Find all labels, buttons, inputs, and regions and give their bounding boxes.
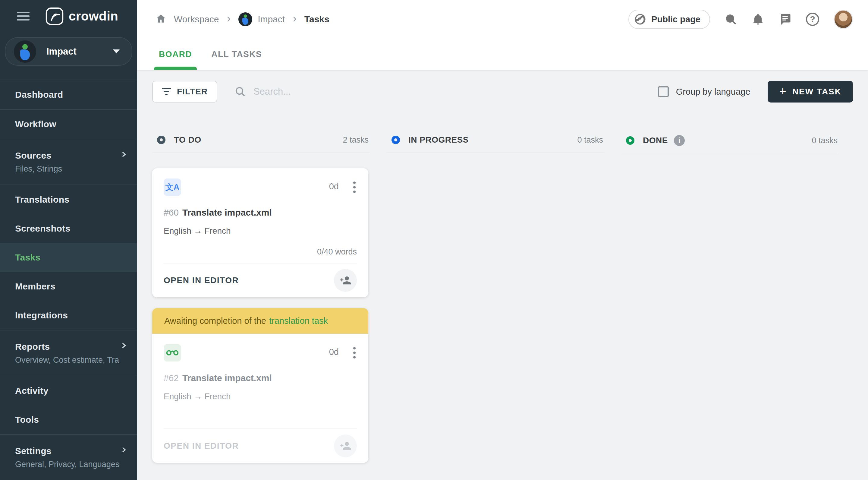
column-done: DONE i 0 tasks	[621, 135, 839, 463]
info-icon[interactable]: i	[674, 135, 685, 146]
messages-icon[interactable]	[779, 13, 792, 26]
sidebar-item-dashboard[interactable]: Dashboard	[0, 80, 137, 109]
done-status-icon	[626, 136, 634, 145]
sidebar-item-reports[interactable]: Reports Overview, Cost estimate, Transl…	[0, 330, 137, 376]
sidebar-item-activity[interactable]: Activity	[0, 376, 137, 405]
group-by-language-checkbox[interactable]	[658, 86, 669, 97]
breadcrumb: Workspace › Impact › Tasks Public page	[137, 0, 868, 38]
awaiting-banner: Awaiting completion of thetranslation ta…	[152, 308, 368, 334]
breadcrumb-project[interactable]: Impact	[258, 14, 285, 24]
plus-icon: +	[779, 85, 786, 97]
column-todo: TO DO 2 tasks 文A 0d #60Tra	[152, 135, 370, 463]
sidebar-item-settings[interactable]: Settings General, Privacy, Languages, Q…	[0, 435, 137, 480]
sidebar-item-translations[interactable]: Translations	[0, 185, 137, 214]
view-tabs: BOARD ALL TASKS	[137, 38, 868, 70]
sidebar-item-label: Reports	[15, 341, 119, 352]
hamburger-menu-icon[interactable]	[17, 10, 30, 23]
tab-board[interactable]: BOARD	[159, 38, 192, 70]
filter-button[interactable]: FILTER	[152, 81, 217, 102]
sidebar-nav: Dashboard Workflow Sources Files, String…	[0, 72, 137, 480]
sidebar-item-label: Members	[15, 281, 119, 292]
column-task-count: 0 tasks	[577, 136, 603, 145]
column-in-progress: IN PROGRESS 0 tasks	[387, 135, 604, 463]
new-task-button[interactable]: + NEW TASK	[768, 81, 853, 102]
open-in-editor-link-disabled[interactable]: OPEN IN EDITOR	[164, 441, 239, 451]
sidebar-item-tasks[interactable]: Tasks	[0, 243, 137, 272]
in-progress-status-icon	[392, 136, 400, 144]
search-bar	[234, 86, 651, 98]
chevron-right-icon	[120, 341, 127, 351]
breadcrumb-separator: ›	[227, 13, 231, 26]
sidebar-item-screenshots[interactable]: Screenshots	[0, 214, 137, 243]
card-header-row: 文A 0d	[164, 179, 357, 196]
assign-user-button[interactable]	[334, 434, 357, 457]
person-add-icon	[339, 440, 351, 452]
crowdin-logo[interactable]: crowdin	[45, 7, 119, 26]
new-task-label: NEW TASK	[792, 87, 841, 96]
group-by-language-toggle[interactable]: Group by language	[651, 86, 750, 97]
sidebar-item-label: Settings	[15, 446, 119, 456]
sidebar: crowdin Impact Dashboard Workflow Source…	[0, 0, 137, 480]
sidebar-item-tools[interactable]: Tools	[0, 405, 137, 434]
sidebar-item-subtitle: General, Privacy, Languages, Q…	[15, 460, 119, 469]
sidebar-item-label: Dashboard	[15, 90, 119, 100]
chevron-down-icon	[113, 50, 120, 53]
sidebar-item-subtitle: Overview, Cost estimate, Transl…	[15, 356, 119, 365]
word-count-spacer	[164, 413, 357, 423]
sidebar-item-integrations[interactable]: Integrations	[0, 301, 137, 330]
sidebar-item-label: Screenshots	[15, 223, 119, 234]
main-area: Workspace › Impact › Tasks Public page	[137, 0, 868, 480]
translation-task-link[interactable]: translation task	[269, 316, 328, 326]
search-icon	[234, 86, 246, 98]
column-name: DONE	[643, 136, 668, 145]
sidebar-item-subtitle: Files, Strings	[15, 164, 119, 174]
kanban-board: TO DO 2 tasks 文A 0d #60Tra	[152, 135, 853, 463]
task-card-62[interactable]: Awaiting completion of thetranslation ta…	[152, 308, 368, 463]
task-name: Translate impact.xml	[182, 207, 272, 217]
language-pair: English → French	[164, 226, 357, 236]
sidebar-item-members[interactable]: Members	[0, 272, 137, 301]
todo-status-icon	[157, 136, 165, 144]
language-pair: English → French	[164, 392, 357, 401]
tab-all-tasks[interactable]: ALL TASKS	[211, 38, 262, 70]
search-icon[interactable]	[724, 13, 737, 26]
card-footer: OPEN IN EDITOR	[152, 264, 368, 297]
sidebar-item-label: Workflow	[15, 119, 119, 129]
sidebar-item-label: Integrations	[15, 310, 119, 321]
column-name: TO DO	[174, 135, 201, 145]
card-title: #60Translate impact.xml	[164, 207, 357, 218]
top-actions: Public page ?	[628, 10, 853, 29]
task-id: #62	[164, 373, 179, 383]
public-page-label: Public page	[651, 14, 701, 24]
sidebar-item-label: Tools	[15, 415, 119, 425]
group-by-language-label: Group by language	[676, 87, 750, 97]
toolbar: FILTER Group by language + NEW TASK	[152, 81, 853, 102]
filter-label: FILTER	[177, 87, 208, 96]
column-in-progress-header: IN PROGRESS 0 tasks	[387, 135, 604, 153]
awaiting-banner-text: Awaiting completion of the	[164, 316, 266, 326]
assign-user-button[interactable]	[334, 269, 357, 292]
word-count: 0/40 words	[164, 247, 357, 258]
column-task-count: 0 tasks	[812, 136, 838, 145]
search-input[interactable]	[253, 86, 434, 97]
column-done-header: DONE i 0 tasks	[621, 135, 839, 154]
project-selector[interactable]: Impact	[5, 37, 132, 66]
sidebar-item-sources[interactable]: Sources Files, Strings	[0, 139, 137, 184]
person-add-icon	[339, 274, 351, 287]
notifications-bell-icon[interactable]	[752, 13, 764, 26]
sidebar-item-label: Translations	[15, 194, 119, 205]
home-icon[interactable]	[155, 13, 167, 26]
card-menu-kebab-icon[interactable]	[352, 180, 357, 194]
breadcrumb-separator: ›	[293, 13, 297, 26]
task-card-60[interactable]: 文A 0d #60Translate impact.xml English → …	[152, 168, 368, 297]
public-page-button[interactable]: Public page	[628, 10, 710, 29]
breadcrumb-workspace[interactable]: Workspace	[174, 14, 219, 24]
card-menu-kebab-icon[interactable]	[352, 346, 357, 360]
breadcrumb-current-page: Tasks	[304, 14, 330, 24]
card-body: 0d #62Translate impact.xml English → Fre…	[152, 334, 368, 429]
help-icon[interactable]: ?	[806, 13, 819, 26]
user-avatar[interactable]	[834, 10, 853, 29]
sidebar-item-workflow[interactable]: Workflow	[0, 110, 137, 139]
open-in-editor-link[interactable]: OPEN IN EDITOR	[164, 276, 239, 285]
proofread-task-icon	[164, 344, 181, 361]
